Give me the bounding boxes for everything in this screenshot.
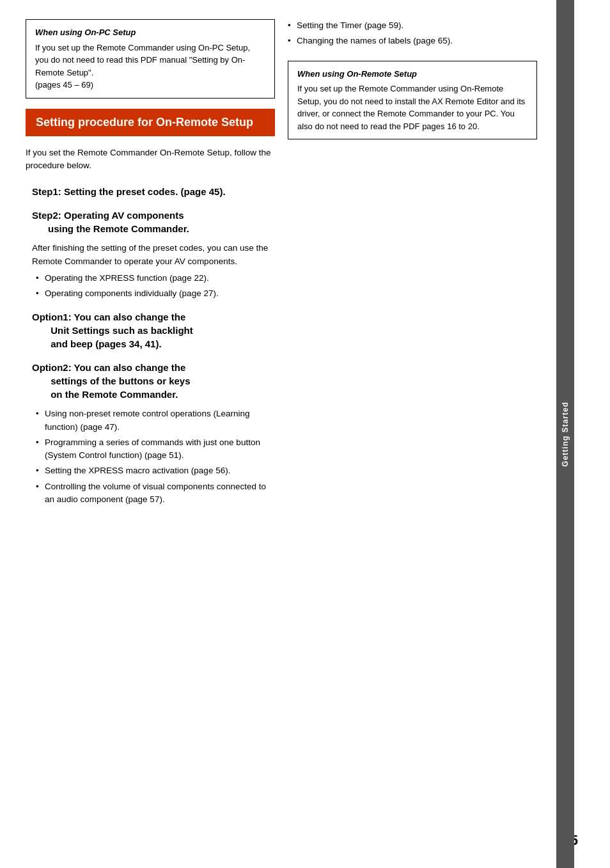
page-container: When using On-PC Setup If you set up the… [0,0,610,868]
list-item: Programming a series of commands with ju… [45,436,275,462]
list-item: Controlling the volume of visual compone… [45,480,275,507]
step2-block: Step2: Operating AV components using the… [26,209,275,300]
step2-heading: Step2: Operating AV components using the… [26,209,275,235]
list-item: Operating the XPRESS function (page 22). [45,272,275,285]
top-section: When using On-PC Setup If you set up the… [26,19,537,516]
option1-heading: Option1: You can also change the Unit Se… [26,310,275,351]
section-header-text: Setting procedure for On-Remote Setup [36,116,253,129]
on-remote-setup-title: When using On-Remote Setup [297,68,528,81]
intro-text: If you set the Remote Commander On-Remot… [26,146,275,173]
top-right-bullets: Setting the Timer (page 59). Changing th… [288,19,537,48]
on-pc-setup-body: If you set up the Remote Commander using… [35,42,265,91]
on-remote-setup-body: If you set up the Remote Commander using… [297,83,528,132]
step1-heading: Step1: Setting the preset codes. (page 4… [26,185,275,198]
on-pc-setup-title: When using On-PC Setup [35,26,265,39]
list-item: Changing the names of labels (page 65). [288,35,537,47]
step2-body: After finishing the setting of the prese… [26,242,275,268]
option2-block: Option2: You can also change the setting… [26,361,275,506]
option2-heading: Option2: You can also change the setting… [26,361,275,401]
step1-block: Step1: Setting the preset codes. (page 4… [26,185,275,198]
step2-bullets: Operating the XPRESS function (page 22).… [26,272,275,301]
list-item: Setting the XPRESS macro activation (pag… [45,464,275,477]
option1-block: Option1: You can also change the Unit Se… [26,310,275,351]
on-remote-setup-box: When using On-Remote Setup If you set up… [288,61,537,140]
option2-bullets: Using non-preset remote control operatio… [26,407,275,506]
right-tab: Getting Started [556,0,574,868]
tab-label: Getting Started [561,402,570,467]
main-content: When using On-PC Setup If you set up the… [0,0,556,868]
left-column: When using On-PC Setup If you set up the… [26,19,275,516]
on-pc-setup-box: When using On-PC Setup If you set up the… [26,19,275,99]
list-item: Operating components individually (page … [45,287,275,300]
right-column: Setting the Timer (page 59). Changing th… [288,19,537,516]
section-header: Setting procedure for On-Remote Setup [26,109,275,136]
list-item: Using non-preset remote control operatio… [45,407,275,434]
list-item: Setting the Timer (page 59). [288,19,537,32]
